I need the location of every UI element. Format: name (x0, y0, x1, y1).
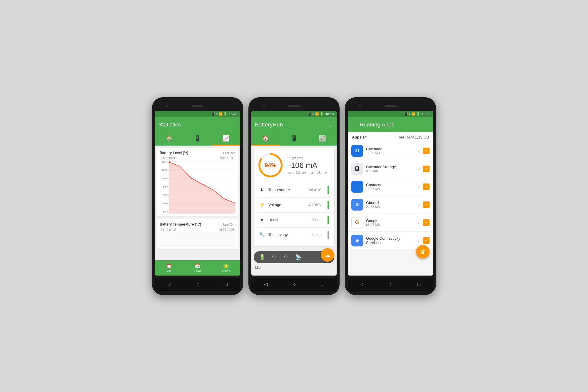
voltage-value: 4.198 V (308, 203, 322, 207)
battery-top-row: 94% Right now -106 mA min: -106 mA max: … (257, 152, 331, 179)
signal-icon-3: 📶 (412, 112, 415, 116)
bottom-nav-24h[interactable]: ⏰ 24h (155, 260, 183, 276)
contacts-checkbox[interactable]: ✓ (423, 184, 430, 190)
chart-dates-1: 09-10 04:33 09-10 10:05 (160, 157, 235, 160)
home-btn-2[interactable]: ○ (293, 282, 296, 287)
battery-level-card: Battery Level (%) Last 24h 09-10 04:33 0… (157, 148, 238, 216)
phone-nav-bar-3: ◁ ○ □ (348, 278, 433, 291)
app-item-calendar[interactable]: 31 Calendar 11.85 MB ∨ ✓ (348, 142, 433, 160)
battery-icon-3: 🔋 (416, 112, 420, 116)
wifi-icon-3: ▾ (409, 112, 410, 116)
delete-fab[interactable]: 🗑 (416, 245, 430, 258)
menu-icon-1[interactable]: ⋮ (231, 121, 237, 128)
tab-bar-2: 🏠 📱 📈 (251, 132, 337, 146)
chart-area-1: 100% 100% 99% 98% 98% 97% 97% (160, 161, 235, 213)
status-icons-2: 📳 ▾ 📶 🔋 (308, 112, 323, 116)
recent-btn-2[interactable]: □ (321, 282, 324, 287)
phone-3: 📳 ▾ 📶 🔋 16:35 ← Running Apps ⋮ Apps 14 F… (345, 97, 436, 295)
gboard-app-size: 21.88 MB (366, 205, 414, 208)
vibrate-icon-3: 📳 (404, 112, 408, 116)
tab-bar-1: 🏠 📱 📈 (155, 132, 240, 146)
tech-label: Technology (268, 233, 309, 237)
idle-text: Idle (254, 266, 260, 270)
wrench-icon: 🔧 (259, 232, 265, 238)
gboard-checkbox[interactable]: ✓ (423, 201, 430, 208)
gcs-app-name: Google Connectivity Services (366, 236, 414, 245)
chart-svg-1 (169, 161, 235, 213)
contacts-app-size: 11.87 MB (366, 187, 414, 191)
home-btn-3[interactable]: ○ (389, 282, 392, 287)
tab-home-2[interactable]: 🏠 (251, 132, 280, 146)
tab-phone-1[interactable]: 📱 (183, 132, 212, 146)
chart-header-1: Battery Level (%) Last 24h (160, 151, 235, 155)
status-time-1: 15:29 (229, 112, 237, 116)
tab-home-1[interactable]: 🏠 (155, 132, 183, 146)
menu-icon-2[interactable]: ⋮ (328, 121, 333, 128)
gboard-app-info: Gboard 21.88 MB (366, 201, 414, 208)
tab-phone-2[interactable]: 📱 (280, 132, 308, 146)
camera-2 (263, 105, 265, 107)
status-bar-3: 📳 ▾ 📶 🔋 16:35 (348, 111, 433, 117)
cal-storage-app-icon: 🗓 (351, 163, 363, 175)
upload-fab[interactable]: ☁ (321, 248, 334, 262)
battery-bottom-controls: 🔋 🔌 🔌 📡 ☁ Idle (254, 251, 334, 270)
voltage-label: Voltage (268, 203, 305, 207)
phone-top-2 (251, 103, 337, 109)
app-item-contacts[interactable]: 👤 Contacts 11.87 MB ∨ ✓ (348, 178, 433, 196)
tab-chart-1[interactable]: 📈 (212, 132, 240, 146)
recent-btn-3[interactable]: □ (417, 282, 420, 287)
app-bar-icons-1: ⋮ (231, 121, 237, 128)
status-time-2: 16:13 (325, 112, 334, 116)
app-bar-1: Statistics ⋮ (155, 117, 240, 132)
back-btn-3[interactable]: ◁ (360, 281, 364, 287)
google-chevron-icon: ∨ (417, 220, 420, 225)
app-bar-2: BatteryHub ⋮ (251, 117, 337, 132)
app-item-google[interactable]: G Google 68.27 MB ∨ ✓ (348, 214, 433, 232)
chart-date-right-2: 09-10 10:05 (219, 228, 234, 231)
chart-subtitle-2: Last 24h (223, 223, 235, 226)
menu-icon-3[interactable]: ⋮ (424, 121, 430, 128)
tab-chart-2[interactable]: 📈 (308, 132, 337, 146)
back-arrow-icon[interactable]: ← (351, 121, 357, 128)
right-now-label: Right now (288, 156, 327, 160)
chart-title-1: Battery Level (%) (160, 151, 188, 155)
app-title-3: Running Apps (360, 121, 394, 128)
bottom-nav-5days[interactable]: ⭐ 5 days (212, 260, 240, 276)
battery-icon: 🔋 (223, 112, 227, 116)
gcs-checkbox[interactable]: ✓ (423, 237, 430, 244)
temp-value: 26.4 °C (309, 188, 322, 192)
status-icons-1: 📳 ▾ 📶 🔋 (211, 112, 227, 116)
bottom-nav-3days[interactable]: 📅 3 days (183, 260, 212, 276)
thermometer-icon: 🌡 (259, 187, 265, 193)
phone-2: 📳 ▾ 📶 🔋 16:13 BatteryHub ⋮ 🏠 📱 📈 (248, 97, 340, 295)
gcs-app-icon: ◆ (351, 235, 363, 246)
battery-right-info: Right now -106 mA min: -106 mA max: -261… (288, 156, 327, 174)
phone-top-3 (348, 103, 433, 109)
chart-dates-2: 09-10 04:33 09-10 10:05 (160, 228, 235, 231)
home-btn-1[interactable]: ○ (196, 282, 199, 287)
apps-count: Apps 14 (352, 135, 367, 139)
cal-storage-app-name: Calendar Storage (366, 165, 414, 169)
chart-date-left-2: 09-10 04:33 (161, 228, 176, 231)
wifi-icon-2: ▾ (313, 112, 314, 116)
recent-btn-1[interactable]: □ (225, 282, 228, 287)
chart-date-right-1: 09-10 10:05 (219, 157, 234, 160)
screen-1: 📳 ▾ 📶 🔋 15:29 Statistics ⋮ 🏠 📱 📈 (155, 111, 240, 276)
google-checkbox[interactable]: ✓ (423, 219, 430, 226)
cal-storage-chevron-icon: ∨ (417, 166, 420, 171)
y-label-6: 97% (160, 202, 168, 205)
chart-date-left-1: 09-10 04:33 (161, 157, 176, 160)
camera-1 (166, 105, 168, 107)
google-icon-text: G (355, 219, 359, 226)
app-title-2: BatteryHub (255, 121, 283, 128)
back-btn-1[interactable]: ◁ (168, 281, 171, 287)
app-item-calendar-storage[interactable]: 🗓 Calendar Storage 9.55 MB ∨ ✓ (348, 160, 433, 178)
app-item-gboard[interactable]: G Gboard 21.88 MB ∨ ✓ (348, 196, 433, 214)
calendar-checkbox[interactable]: ✓ (423, 148, 430, 154)
cal-storage-checkbox[interactable]: ✓ (423, 166, 430, 172)
contacts-icon-text: 👤 (354, 184, 360, 190)
clock-icon: ⏰ (166, 263, 172, 269)
chart-subtitle-1: Last 24h (223, 151, 235, 155)
gcs-chevron-icon: ∨ (417, 238, 420, 243)
back-btn-2[interactable]: ◁ (264, 281, 268, 287)
